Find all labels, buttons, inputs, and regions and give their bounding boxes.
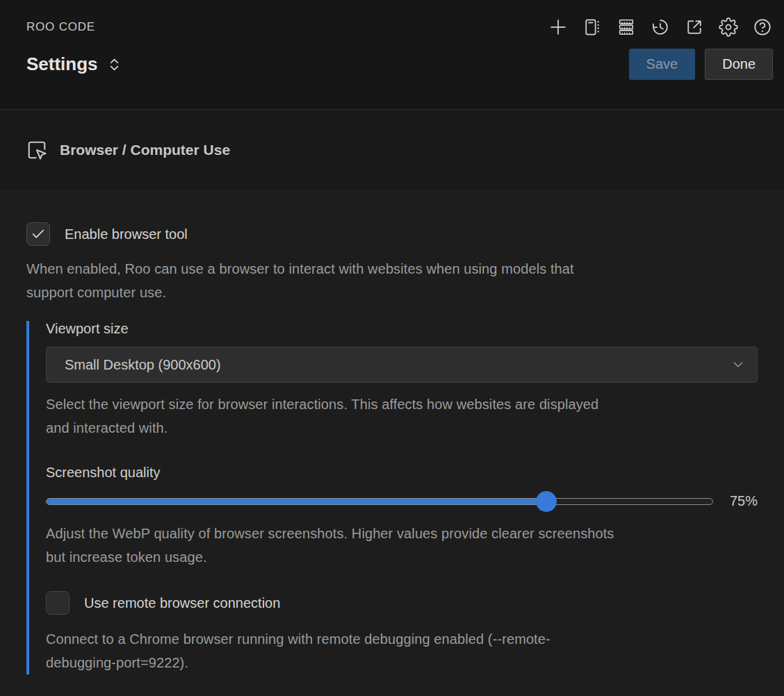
- enable-browser-tool-row: Enable browser tool: [26, 222, 758, 246]
- settings-gear-icon[interactable]: [718, 17, 739, 38]
- screenshot-quality-slider[interactable]: [46, 498, 713, 505]
- toolbar: [548, 17, 773, 38]
- viewport-size-value: Small Desktop (900x600): [65, 357, 221, 373]
- screenshot-quality-value: 75%: [724, 493, 758, 509]
- enable-browser-tool-checkbox[interactable]: [26, 222, 50, 246]
- header-buttons: Save Done: [629, 49, 773, 80]
- settings-content: Enable browser tool When enabled, Roo ca…: [0, 190, 784, 674]
- slider-fill: [47, 499, 546, 504]
- done-button[interactable]: Done: [705, 49, 773, 80]
- screenshot-quality-group: Screenshot quality 75% Adjust the WebP q…: [46, 465, 758, 569]
- screenshot-quality-description: Adjust the WebP quality of browser scree…: [46, 522, 758, 569]
- chevron-down-icon: [730, 357, 746, 372]
- plus-icon[interactable]: [548, 17, 569, 38]
- screenshot-quality-label: Screenshot quality: [46, 465, 758, 481]
- save-button[interactable]: Save: [629, 49, 696, 80]
- app-header: ROO CODE: [0, 0, 784, 110]
- prompts-icon[interactable]: [582, 17, 603, 38]
- popout-icon[interactable]: [684, 17, 705, 38]
- help-icon[interactable]: [752, 17, 773, 38]
- remote-browser-group: Use remote browser connection Connect to…: [46, 591, 758, 674]
- page-title-wrap: Settings: [26, 53, 120, 75]
- chevron-updown-icon[interactable]: [108, 55, 120, 74]
- section-header: Browser / Computer Use: [0, 110, 784, 190]
- remote-browser-description: Connect to a Chrome browser running with…: [46, 627, 758, 674]
- remote-browser-checkbox[interactable]: [46, 591, 70, 615]
- viewport-size-select[interactable]: Small Desktop (900x600): [46, 347, 758, 383]
- slider-thumb[interactable]: [536, 491, 557, 512]
- page-title: Settings: [26, 53, 98, 75]
- remote-browser-row: Use remote browser connection: [46, 591, 758, 615]
- header-title-row: Settings Save Done: [26, 49, 773, 80]
- header-top-row: ROO CODE: [26, 17, 773, 38]
- enable-browser-tool-label: Enable browser tool: [65, 226, 188, 242]
- history-icon[interactable]: [650, 17, 671, 38]
- screenshot-quality-slider-row: 75%: [46, 493, 758, 509]
- section-title: Browser / Computer Use: [60, 142, 230, 158]
- viewport-size-description: Select the viewport size for browser int…: [46, 392, 758, 440]
- browser-subsettings: Viewport size Small Desktop (900x600) Se…: [26, 321, 758, 674]
- checkmark-icon: [31, 226, 46, 242]
- remote-browser-label: Use remote browser connection: [84, 595, 280, 611]
- browser-cursor-icon: [26, 140, 47, 160]
- mcp-servers-icon[interactable]: [616, 17, 637, 38]
- viewport-size-label: Viewport size: [46, 321, 758, 337]
- enable-browser-tool-description: When enabled, Roo can use a browser to i…: [26, 257, 758, 304]
- app-title: ROO CODE: [26, 20, 95, 34]
